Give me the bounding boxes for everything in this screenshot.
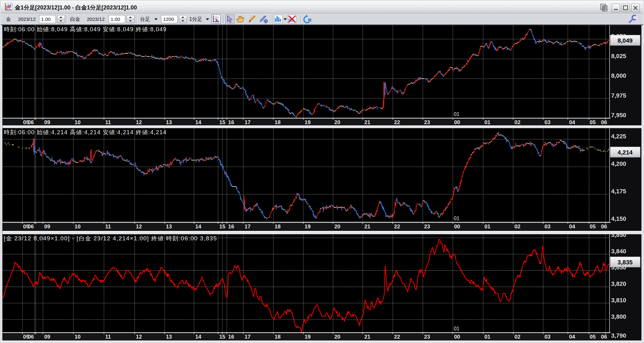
svg-text:04: 04	[569, 224, 575, 230]
svg-text:3,790: 3,790	[611, 332, 626, 339]
svg-text:11: 11	[105, 224, 111, 230]
svg-text:13: 13	[166, 119, 172, 125]
svg-text:20: 20	[334, 224, 340, 230]
svg-text:7,950: 7,950	[611, 112, 626, 118]
svg-text:05: 05	[590, 119, 596, 125]
svg-text:02: 02	[514, 119, 520, 125]
svg-text:12: 12	[136, 224, 142, 230]
svg-text:14: 14	[195, 119, 201, 125]
svg-text:22: 22	[394, 224, 400, 230]
svg-text:03: 03	[544, 224, 550, 230]
svg-text:03: 03	[544, 119, 550, 125]
svg-text:23: 23	[424, 119, 430, 125]
svg-text:10: 10	[75, 119, 81, 125]
svg-text:00: 00	[454, 334, 460, 340]
svg-text:21: 21	[364, 334, 370, 340]
svg-text:21: 21	[364, 119, 370, 125]
svg-text:04: 04	[569, 119, 575, 125]
svg-text:01: 01	[454, 216, 459, 221]
svg-text:17: 17	[245, 334, 251, 340]
svg-text:01: 01	[484, 119, 490, 125]
svg-text:05: 05	[590, 334, 596, 340]
svg-text:03: 03	[544, 334, 550, 340]
svg-text:09: 09	[44, 119, 50, 125]
svg-text:分足: 分足	[140, 16, 150, 22]
svg-text:21: 21	[364, 224, 370, 230]
svg-text:16: 16	[228, 334, 234, 340]
svg-text:16: 16	[228, 119, 234, 125]
svg-text:時刻:06:00 始値:4,214 高値:4,214: 時刻:06:00 始値:4,214 高値:4,214 安値:4,214 終値:4…	[4, 129, 167, 135]
svg-text:4,200: 4,200	[611, 160, 626, 167]
svg-text:7,975: 7,975	[611, 92, 626, 99]
svg-text:金1分足[2023/12]1.00 - 白金1分足[2023: 金1分足[2023/12]1.00 - 白金1分足[2023/12]1.00	[15, 4, 137, 11]
svg-text:10: 10	[75, 224, 81, 230]
svg-text:1.00: 1.00	[41, 16, 51, 22]
svg-text:白金: 白金	[70, 16, 80, 22]
svg-text:3,820: 3,820	[611, 280, 626, 287]
svg-text:06: 06	[28, 334, 34, 340]
svg-text:3,810: 3,810	[611, 297, 626, 304]
svg-text:3,800: 3,800	[611, 313, 626, 320]
svg-text:20: 20	[334, 334, 340, 340]
svg-text:22: 22	[394, 119, 400, 125]
svg-text:4,225: 4,225	[611, 133, 626, 140]
svg-text:09: 09	[44, 334, 50, 340]
svg-text:3,835: 3,835	[617, 259, 633, 266]
svg-text:[金 23/12 8,049×1.00] - [白金 23/: [金 23/12 8,049×1.00] - [白金 23/12 4,214×1…	[4, 235, 217, 242]
svg-text:13: 13	[166, 224, 172, 230]
svg-text:23: 23	[424, 334, 430, 340]
svg-text:23: 23	[424, 224, 430, 230]
svg-text:06: 06	[601, 119, 607, 125]
svg-text:1200: 1200	[163, 16, 174, 22]
svg-text:金: 金	[6, 16, 11, 22]
svg-text:10: 10	[75, 334, 81, 340]
svg-text:8,049: 8,049	[617, 37, 633, 44]
svg-text:4,175: 4,175	[611, 188, 626, 195]
svg-text:22: 22	[394, 334, 400, 340]
svg-text:01: 01	[454, 326, 459, 331]
svg-text:09: 09	[44, 224, 50, 230]
svg-text:2023/12: 2023/12	[18, 16, 36, 22]
svg-text:02: 02	[514, 224, 520, 230]
svg-text:01: 01	[454, 111, 459, 117]
svg-text:12: 12	[136, 334, 142, 340]
svg-text:8,000: 8,000	[611, 72, 626, 79]
svg-text:01: 01	[484, 334, 490, 340]
svg-text:15: 15	[219, 334, 225, 340]
svg-text:14: 14	[195, 334, 201, 340]
svg-text:00: 00	[454, 224, 460, 230]
svg-text:06: 06	[28, 224, 34, 230]
svg-text:11: 11	[105, 119, 111, 125]
svg-text:1.00: 1.00	[111, 16, 120, 22]
svg-text:19: 19	[305, 119, 311, 125]
svg-text:R: R	[308, 17, 312, 23]
svg-text:18: 18	[275, 224, 281, 230]
svg-text:06: 06	[601, 224, 607, 230]
svg-text:12: 12	[136, 119, 142, 125]
svg-text:4,150: 4,150	[611, 215, 626, 222]
svg-text:8,025: 8,025	[611, 53, 626, 59]
svg-text:00: 00	[454, 119, 460, 125]
svg-text:19: 19	[305, 334, 311, 340]
svg-text:13: 13	[166, 334, 172, 340]
svg-text:17: 17	[245, 224, 251, 230]
svg-text:05: 05	[590, 224, 596, 230]
svg-text:4,214: 4,214	[617, 149, 633, 156]
svg-text:20: 20	[334, 119, 340, 125]
svg-text:02: 02	[514, 334, 520, 340]
svg-text:06: 06	[28, 119, 34, 125]
svg-text:15: 15	[219, 224, 225, 230]
svg-text:時刻:06:00 始値:8,049 高値:8,049: 時刻:06:00 始値:8,049 高値:8,049 安値:8,049 終値:8…	[4, 26, 167, 33]
svg-text:2023/12: 2023/12	[87, 16, 105, 22]
svg-text:17: 17	[245, 119, 251, 125]
svg-text:18: 18	[275, 119, 281, 125]
svg-text:14: 14	[195, 224, 201, 230]
svg-text:1分足: 1分足	[189, 16, 202, 22]
svg-text:16: 16	[228, 224, 234, 230]
svg-text:15: 15	[219, 119, 225, 125]
svg-text:04: 04	[569, 334, 575, 340]
svg-text:06: 06	[601, 334, 607, 340]
svg-text:11: 11	[105, 334, 111, 340]
svg-text:19: 19	[305, 224, 311, 230]
svg-text:3,840: 3,840	[611, 248, 626, 255]
